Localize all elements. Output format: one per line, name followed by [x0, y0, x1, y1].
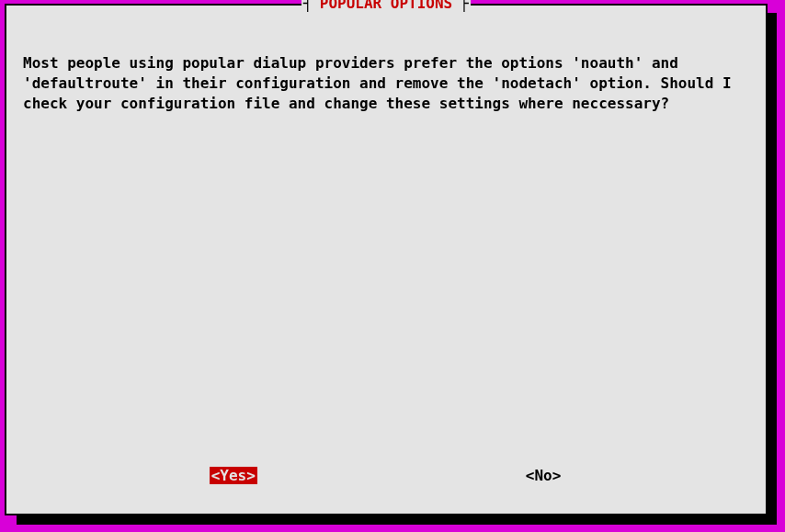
dialog-message: Most people using popular dialup provide… [23, 53, 749, 114]
title-bracket-left: ┤ [303, 0, 313, 12]
yes-button[interactable]: <Yes> [210, 467, 257, 484]
button-row: <Yes> <No> [6, 467, 766, 484]
popular-options-dialog: ┤POPULAR OPTIONS├ Most people using popu… [5, 4, 768, 515]
title-bracket-right: ├ [460, 0, 469, 12]
dialog-title: POPULAR OPTIONS [313, 0, 461, 12]
no-button[interactable]: <No> [524, 467, 563, 484]
dialog-title-bar: ┤POPULAR OPTIONS├ [6, 0, 766, 12]
